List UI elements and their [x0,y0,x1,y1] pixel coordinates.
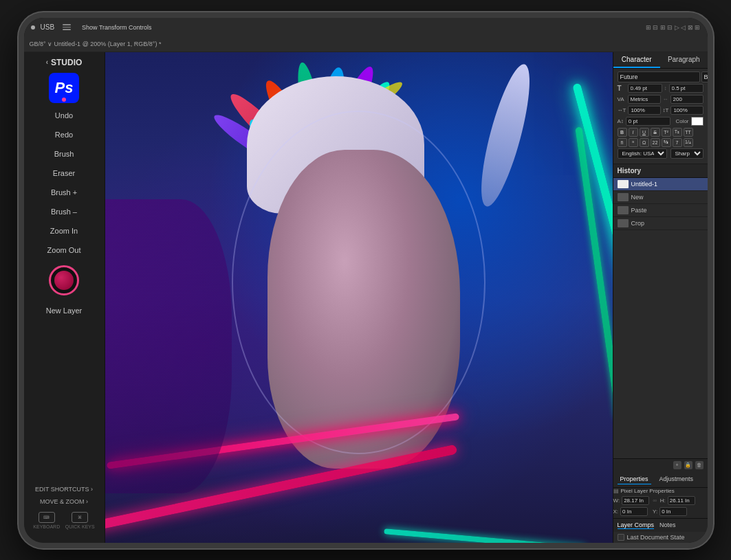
font-row [618,71,703,82]
tab-properties[interactable]: Properties [618,474,651,484]
layer-comp-item-last-doc[interactable]: Last Document State [613,532,708,543]
scale-h-field[interactable] [628,106,660,115]
brush-color-picker[interactable] [49,265,79,295]
ps-icon: Ps [49,73,79,103]
new-layer-button[interactable]: New Layer [24,301,105,320]
tab-adjustments[interactable]: Adjustments [657,474,697,484]
tab-paragraph[interactable]: Paragraph [660,52,708,68]
y-field[interactable] [659,507,687,516]
screen: USB Show Transform Controls ⊞ ⊟ ⊞ ⊟ ▷ ◁ … [24,18,708,543]
metrics-row: VA ↔ [618,95,703,104]
toolbar: GB/8° ∨ Untitled-1 @ 200% (Layer 1, RGB/… [24,37,708,52]
zoom-in-button[interactable]: Zoom In [24,221,105,240]
denom-button[interactable]: 7 [673,138,682,147]
scale-v-field[interactable] [670,106,703,115]
pixel-layer-row: ▤ Pixel Layer Properties [613,488,708,494]
language-row: English: USA Sharp [618,148,703,159]
history-item-paste[interactable]: Paste [613,204,708,217]
num-button[interactable]: 22 [651,138,660,147]
redo-button[interactable]: Redo [24,125,105,144]
baseline-field[interactable] [626,117,671,126]
quick-keys-label: QUICK KEYS [65,524,95,529]
metrics-field[interactable] [628,95,661,104]
keyboard-button[interactable]: ⌨ KEYBOARD [33,512,60,529]
back-chevron-icon[interactable]: ‹ [46,58,48,66]
panel-icons-row: + 🔒 🗑 [613,459,708,471]
studio-header: ‹ STUDIO [24,58,105,67]
italic-button[interactable]: I [629,128,638,137]
eraser-button[interactable]: Eraser [24,164,105,183]
face-circle [232,111,485,454]
size-row: T ↕ [618,84,703,93]
height-field[interactable] [668,496,695,505]
format-icons-row-2: fi ª Ω 22 ⅔ 7 1/₄ [618,138,703,147]
tab-notes[interactable]: Notes [659,522,676,528]
add-layer-icon[interactable]: + [673,461,681,469]
zoom-out-button[interactable]: Zoom Out [24,240,105,260]
tab-layer-comps[interactable]: Layer Comps [618,522,655,529]
keyboard-icon: ⌨ [39,512,55,523]
brush-button[interactable]: Brush [24,144,105,164]
history-item-crop[interactable]: Crop [613,217,708,230]
language-select[interactable]: English: USA [618,148,667,159]
move-zoom-button[interactable]: MOVE & ZOOM › [24,495,105,508]
lock-icon[interactable]: 🔒 [684,461,692,469]
xy-row: X: Y: [613,507,708,516]
quick-keys-button[interactable]: ⌘ QUICK KEYS [65,512,95,529]
baseline-row: A↕ Color [618,117,703,126]
trash-icon[interactable]: 🗑 [695,461,703,469]
layer-comps-header: Layer Comps Notes [613,518,708,532]
tracking-field[interactable] [670,95,703,104]
scale-h-icon: ↔T [618,107,626,113]
show-transform-label: Show Transform Controls [82,24,152,31]
sidebar-bottom: EDIT SHORTCUTS › MOVE & ZOOM › ⌨ KEYBOAR… [24,478,105,537]
ps-dot [62,98,66,102]
ligature-button[interactable]: ª [629,138,638,147]
frac2-button[interactable]: ⅔ [662,138,671,147]
va-label: VA [618,96,626,102]
tablet-frame: USB Show Transform Controls ⊞ ⊟ ⊞ ⊟ ▷ ◁ … [19,12,713,548]
color-swatch[interactable] [691,117,703,126]
font-weight-field[interactable] [701,71,708,82]
usb-label: USB [41,23,55,31]
brush-minus-button[interactable]: Brush – [24,202,105,221]
character-panel: T ↕ VA ↔ ↔T ↕T [613,69,708,164]
history-thumb-new [618,193,629,201]
x-field[interactable] [620,507,648,516]
history-thumb-untitled [618,180,629,188]
history-header: History [613,164,708,178]
ordinal-button[interactable]: Ω [640,138,649,147]
y-label: Y: [653,508,657,515]
leading-field[interactable] [669,84,703,93]
anti-alias-select[interactable]: Sharp [670,148,703,159]
bold-button[interactable]: B [618,128,627,137]
history-thumb-crop [618,219,629,227]
tab-character[interactable]: Character [613,52,661,68]
subscript-button[interactable]: T₂ [673,128,682,137]
allcaps-button[interactable]: TT [684,128,693,137]
underline-button[interactable]: U [640,128,649,137]
font-name-field[interactable] [618,71,700,82]
history-label: History [618,167,641,175]
history-item-new[interactable]: New [613,191,708,204]
brush-plus-button[interactable]: Brush + [24,183,105,202]
canvas-area[interactable] [105,52,613,543]
scale-v-icon: ↕T [663,107,669,113]
superscript-button[interactable]: T² [662,128,671,137]
lc-checkbox[interactable] [618,534,624,541]
keyboard-label: KEYBOARD [33,524,60,529]
history-item-untitled[interactable]: Untitled-1 [613,178,708,191]
x-label: X: [613,508,619,515]
main-area: ‹ STUDIO Ps Undo Redo Brush Eraser Brush… [24,52,708,543]
undo-button[interactable]: Undo [24,106,105,125]
font-size-field[interactable] [628,84,662,93]
left-sidebar: ‹ STUDIO Ps Undo Redo Brush Eraser Brush… [24,52,105,543]
frac-button[interactable]: fi [618,138,627,147]
bottom-icons: ⌨ KEYBOARD ⌘ QUICK KEYS [24,508,105,532]
strikethrough-button[interactable]: S [651,128,660,137]
super2-button[interactable]: 1/₄ [684,138,693,147]
width-field[interactable] [622,496,649,505]
edit-shortcuts-button[interactable]: EDIT SHORTCUTS › [24,483,105,495]
size-t-label: T [618,85,626,92]
width-row: W: ∞ H: [613,496,708,505]
